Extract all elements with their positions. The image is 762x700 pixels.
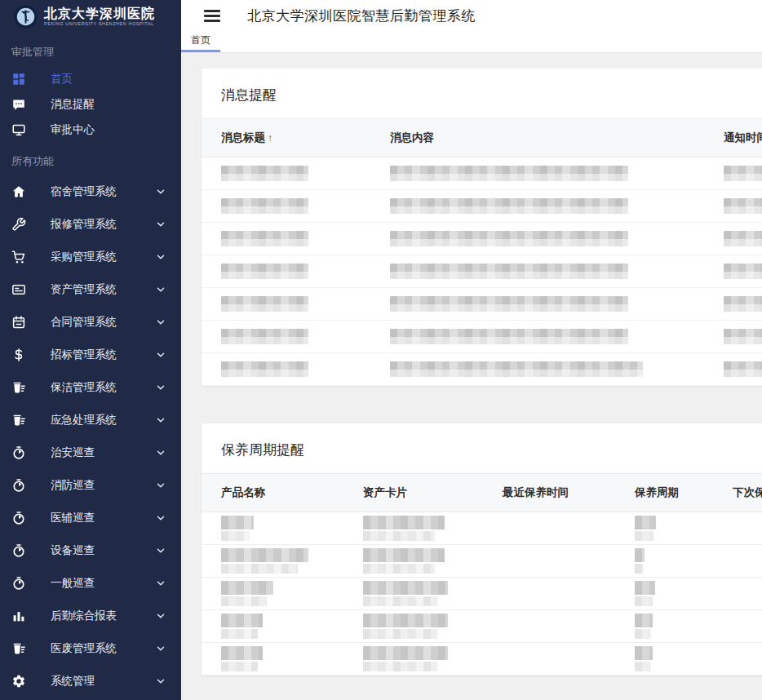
column-header[interactable]: 消息内容 bbox=[390, 131, 724, 145]
chart-icon bbox=[11, 609, 26, 623]
table-cell bbox=[390, 296, 724, 312]
redacted-text-block bbox=[221, 614, 263, 639]
redacted-text-block bbox=[724, 198, 762, 214]
sidebar-item-security-patrol[interactable]: 治安巡查 bbox=[0, 436, 181, 469]
table-row[interactable] bbox=[202, 157, 762, 190]
table-cell bbox=[635, 614, 733, 639]
redacted-text-block bbox=[221, 329, 308, 344]
redacted-text-block bbox=[221, 646, 263, 671]
redacted-text-block bbox=[724, 264, 762, 279]
table-cell bbox=[635, 516, 733, 541]
chevron-down-icon bbox=[155, 251, 166, 263]
chevron-down-icon bbox=[155, 414, 166, 426]
chevron-down-icon bbox=[155, 447, 166, 459]
redacted-text-block bbox=[724, 361, 762, 377]
sidebar-item-cleaning[interactable]: 保洁管理系统 bbox=[0, 371, 181, 404]
table-cell bbox=[724, 361, 762, 377]
chevron-down-icon bbox=[155, 186, 166, 197]
column-header[interactable]: 下次保养时间 bbox=[733, 485, 762, 500]
table-row[interactable] bbox=[202, 353, 762, 386]
card-maintenance: 保养周期提醒产品名称资产卡片最近保养时间保养周期下次保养时间 bbox=[202, 423, 762, 676]
sidebar-item-label: 设备巡查 bbox=[51, 543, 95, 558]
sidebar-item-medical-aux-patrol[interactable]: 医辅巡查 bbox=[0, 502, 181, 534]
sidebar-item-general-patrol[interactable]: 一般巡查 bbox=[0, 567, 181, 600]
nav-section-label: 审批管理 bbox=[0, 33, 181, 66]
sidebar-item-home[interactable]: 首页 bbox=[0, 66, 181, 91]
timer-icon bbox=[11, 511, 26, 525]
sidebar-item-emergency[interactable]: 应急处理系统 bbox=[0, 404, 181, 436]
redacted-text-block bbox=[724, 166, 762, 181]
table-cell bbox=[221, 296, 390, 312]
column-header[interactable]: 通知时间 bbox=[724, 131, 762, 145]
table-cell bbox=[221, 646, 363, 671]
table-cell bbox=[363, 614, 503, 639]
sidebar-item-procurement[interactable]: 采购管理系统 bbox=[0, 241, 181, 273]
sidebar-item-asset[interactable]: 资产管理系统 bbox=[0, 273, 181, 306]
app-title: 北京大学深圳医院智慧后勤管理系统 bbox=[247, 7, 476, 25]
timer-icon bbox=[11, 478, 26, 493]
sort-asc-icon[interactable]: ↑ bbox=[268, 132, 272, 144]
column-header[interactable]: 保养周期 bbox=[635, 485, 733, 500]
nav-section-label: 所有功能 bbox=[0, 142, 181, 175]
hospital-name: 北京大学深圳医院 bbox=[44, 7, 155, 21]
table-cell bbox=[390, 329, 724, 344]
table-row[interactable] bbox=[202, 223, 762, 255]
sidebar-item-label: 合同管理系统 bbox=[51, 315, 117, 330]
table-cell bbox=[390, 166, 724, 181]
page-content: 消息提醒消息标题↑消息内容通知时间保养周期提醒产品名称资产卡片最近保养时间保养周… bbox=[181, 53, 762, 699]
column-header[interactable]: 资产卡片 bbox=[363, 485, 503, 500]
sidebar-item-label: 治安巡查 bbox=[51, 445, 95, 460]
column-header[interactable]: 最近保养时间 bbox=[503, 485, 635, 500]
sidebar-item-dormitory[interactable]: 宿舍管理系统 bbox=[0, 175, 181, 208]
redacted-text-block bbox=[635, 646, 653, 671]
tab-首页[interactable]: 首页 bbox=[181, 31, 220, 52]
sidebar-item-label: 消息提醒 bbox=[51, 97, 95, 112]
sidebar-item-approval-center[interactable]: 审批中心 bbox=[0, 117, 181, 142]
table-row[interactable] bbox=[202, 578, 762, 610]
redacted-text-block bbox=[635, 581, 655, 606]
column-header[interactable]: 消息标题↑ bbox=[221, 131, 390, 145]
sidebar-item-label: 一般巡查 bbox=[51, 576, 95, 591]
sidebar-item-label: 资产管理系统 bbox=[51, 282, 117, 297]
table-cell bbox=[390, 264, 724, 279]
table-row[interactable] bbox=[202, 321, 762, 353]
table-row[interactable] bbox=[202, 255, 762, 288]
table-row[interactable] bbox=[202, 643, 762, 676]
table-cell bbox=[221, 264, 390, 279]
sidebar-item-medical-waste[interactable]: 医废管理系统 bbox=[0, 632, 181, 665]
redacted-text-block bbox=[363, 581, 448, 606]
sidebar-item-system-admin[interactable]: 系统管理 bbox=[0, 665, 181, 698]
redacted-text-block bbox=[390, 329, 628, 344]
redacted-text-block bbox=[724, 231, 762, 246]
hamburger-menu-icon[interactable] bbox=[204, 10, 220, 22]
sidebar-item-label: 首页 bbox=[51, 72, 73, 86]
card-icon bbox=[11, 282, 26, 297]
table-cell bbox=[221, 581, 363, 606]
redacted-text-block bbox=[363, 548, 445, 574]
sidebar-item-logistics-report[interactable]: 后勤综合报表 bbox=[0, 600, 181, 632]
timer-icon bbox=[11, 576, 26, 591]
table-cell bbox=[724, 231, 762, 246]
sidebar-item-repair[interactable]: 报修管理系统 bbox=[0, 208, 181, 241]
table-row[interactable] bbox=[202, 610, 762, 643]
table-cell bbox=[363, 581, 503, 606]
table-row[interactable] bbox=[202, 512, 762, 545]
sidebar-item-label: 采购管理系统 bbox=[51, 250, 117, 264]
chevron-down-icon bbox=[155, 676, 166, 687]
table-row[interactable] bbox=[202, 190, 762, 223]
sidebar-item-equipment-patrol[interactable]: 设备巡查 bbox=[0, 534, 181, 567]
table-row[interactable] bbox=[202, 288, 762, 321]
sidebar-item-label: 消防巡查 bbox=[51, 478, 95, 493]
sidebar-item-message-reminder[interactable]: 消息提醒 bbox=[0, 91, 181, 117]
column-header[interactable]: 产品名称 bbox=[221, 485, 363, 500]
chevron-down-icon bbox=[155, 643, 166, 654]
sidebar-item-fire-patrol[interactable]: 消防巡查 bbox=[0, 469, 181, 502]
monitor-icon bbox=[11, 122, 26, 137]
redacted-text-block bbox=[221, 548, 308, 574]
sidebar-item-label: 宿舍管理系统 bbox=[51, 184, 117, 199]
redacted-text-block bbox=[221, 581, 273, 606]
sidebar-item-bidding[interactable]: 招标管理系统 bbox=[0, 339, 181, 371]
home-icon bbox=[11, 184, 26, 199]
sidebar-item-contract[interactable]: 合同管理系统 bbox=[0, 306, 181, 339]
table-row[interactable] bbox=[202, 545, 762, 578]
